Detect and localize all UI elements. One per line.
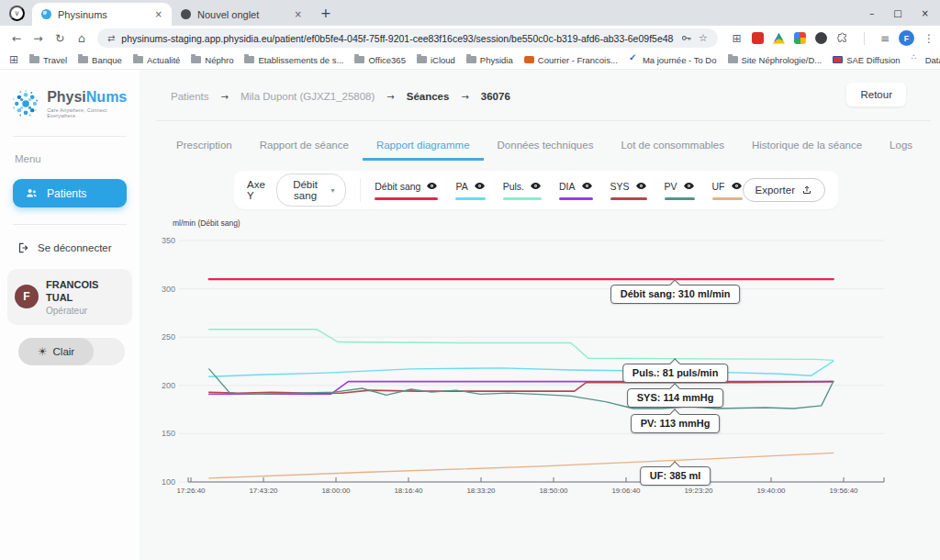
tune-icon[interactable]: ⇄ (107, 33, 115, 43)
reading-list-icon[interactable]: ≡ (880, 32, 890, 45)
svg-text:18:33:20: 18:33:20 (466, 487, 496, 495)
forward-button[interactable]: → (28, 31, 50, 45)
axis-y-select[interactable]: Débit sang ▾ (276, 174, 347, 207)
bookmark-label: Néphro (205, 55, 233, 65)
tab[interactable]: Données techniques (484, 130, 608, 161)
drive-extension-icon[interactable] (773, 33, 785, 44)
tab[interactable]: Historique de la séance (738, 130, 876, 161)
extension-icon[interactable] (794, 32, 806, 44)
retour-button[interactable]: Retour (846, 83, 906, 106)
legend-item: DIA (559, 180, 593, 200)
bookmark-icon (629, 56, 639, 63)
sidebar-divider (13, 224, 127, 225)
tab[interactable]: Logs (876, 130, 926, 161)
profile-avatar[interactable]: F (899, 30, 914, 46)
tab[interactable]: Prescription (162, 130, 246, 161)
apps-extension-icon[interactable]: ⊞ (731, 32, 743, 44)
avatar: F (15, 285, 39, 308)
user-card[interactable]: F FRANCOIS TUAL Opérateur (7, 269, 132, 325)
window-minimize-button[interactable]: – (869, 8, 874, 18)
url-text[interactable]: physinums-staging.app.physidia.eu/patien… (121, 33, 674, 44)
brand-text: PhysiNums (47, 90, 132, 105)
tab-search-button[interactable]: ∨ (9, 6, 25, 21)
theme-toggle[interactable]: ☀ Clair (18, 338, 125, 365)
breadcrumb-arrow-icon: → (386, 92, 394, 102)
breadcrumb-item[interactable]: Patients (171, 91, 209, 102)
legend-label: UF (712, 181, 725, 192)
bookmark-item[interactable]: Physidia (461, 55, 519, 65)
browser-menu-icon[interactable]: ⋮ (923, 32, 934, 45)
tab-close-icon[interactable]: × (155, 9, 162, 19)
bookmark-label: iCloud (431, 55, 455, 65)
bookmark-label: Ma journée - To Do (643, 55, 717, 65)
export-button[interactable]: Exporter (743, 178, 825, 202)
session-chart: 350300250200150100ml/min (Débit sang)17:… (147, 215, 936, 518)
user-name: FRANCOIS TUAL (46, 278, 98, 305)
bookmark-icon (466, 56, 476, 63)
logout-button[interactable]: Se déconnecter (17, 241, 112, 254)
url-bar[interactable]: ⇄ physinums-staging.app.physidia.eu/pati… (97, 28, 718, 48)
bookmark-item[interactable]: Néphro (185, 55, 239, 65)
eye-icon[interactable] (635, 180, 647, 192)
eye-icon[interactable] (474, 180, 486, 192)
apps-grid-icon[interactable]: ⊞ (9, 53, 18, 66)
tab[interactable]: Rapport de séance (246, 130, 363, 161)
svg-text:200: 200 (162, 381, 175, 390)
eye-icon[interactable] (530, 180, 542, 192)
eye-icon[interactable] (683, 180, 695, 192)
legend-item: Débit sang (375, 180, 438, 200)
sidebar-divider (13, 136, 127, 137)
eye-icon[interactable] (731, 180, 743, 192)
sidebar-item-patients[interactable]: Patients (13, 179, 127, 207)
legend-label: Débit sang (375, 181, 420, 192)
window-maximize-button[interactable]: □ (893, 8, 901, 18)
legend-color-bar (712, 197, 743, 200)
export-label: Exporter (755, 185, 795, 196)
browser-tab[interactable]: Physinums × (32, 3, 172, 26)
dark-extension-icon[interactable] (815, 32, 827, 44)
eye-icon[interactable] (581, 180, 593, 192)
chart-controls-card: Axe Y Débit sang ▾ Débit sang (234, 171, 838, 209)
window-close-button[interactable]: × (922, 8, 929, 18)
browser-tab[interactable]: Nouvel onglet × (172, 3, 311, 26)
bookmark-item[interactable]: Office365 (349, 55, 411, 65)
legend-item: PA (455, 180, 485, 200)
bookmark-item[interactable]: Actualité (128, 55, 185, 65)
bookmark-label: Etablissements de s... (258, 55, 343, 65)
bookmark-item[interactable]: SAE Diffusion (827, 55, 905, 65)
bookmark-label: Office365 (368, 55, 406, 65)
reload-button[interactable]: ↻ (49, 31, 71, 45)
breadcrumb-arrow-icon: → (221, 92, 229, 102)
bookmark-item[interactable]: iCloud (411, 55, 461, 65)
bookmark-item[interactable]: Courrier - Francois... (519, 55, 623, 65)
bookmark-item[interactable]: Banque (73, 55, 128, 65)
bookmark-icon (524, 56, 534, 63)
bookmark-item[interactable]: Travel (24, 55, 73, 65)
app-window: PhysiNums Care Anywhere, Connect Everywh… (0, 70, 940, 560)
eye-icon[interactable] (426, 180, 438, 192)
tab-close-icon[interactable]: × (295, 9, 302, 19)
pdf-extension-icon[interactable] (752, 32, 764, 44)
home-button[interactable]: ⌂ (71, 31, 93, 45)
passkey-icon[interactable] (680, 32, 692, 44)
new-tab-button[interactable]: + (320, 6, 331, 20)
breadcrumb-item[interactable]: Mila Dupont (GJXZ1_25808) (241, 91, 375, 102)
bookmark-icon (833, 56, 843, 63)
bookmark-icon (244, 56, 254, 63)
tab-favicon (181, 9, 191, 19)
tab[interactable]: Rapport diagramme (363, 130, 484, 161)
bookmark-icon (728, 56, 738, 63)
breadcrumb-item[interactable]: Séances (407, 91, 450, 102)
svg-text:19:23:20: 19:23:20 (684, 487, 713, 495)
bookmark-item[interactable]: Etablissements de s... (239, 55, 349, 65)
extensions-puzzle-icon[interactable] (836, 32, 848, 44)
axis-y-selected-value: Débit sang (288, 179, 323, 201)
bookmark-item[interactable]: Site Néphrologie/D... (722, 55, 828, 65)
breadcrumb-item[interactable]: 36076 (481, 91, 510, 102)
bookmark-item[interactable]: Ma journée - To Do (623, 55, 722, 65)
star-icon[interactable]: ☆ (699, 32, 708, 44)
tab[interactable]: Lot de consommables (607, 130, 738, 161)
svg-text:19:06:40: 19:06:40 (611, 487, 641, 495)
back-button[interactable]: ← (6, 31, 28, 45)
bookmark-item[interactable]: Data ameli (906, 55, 940, 65)
